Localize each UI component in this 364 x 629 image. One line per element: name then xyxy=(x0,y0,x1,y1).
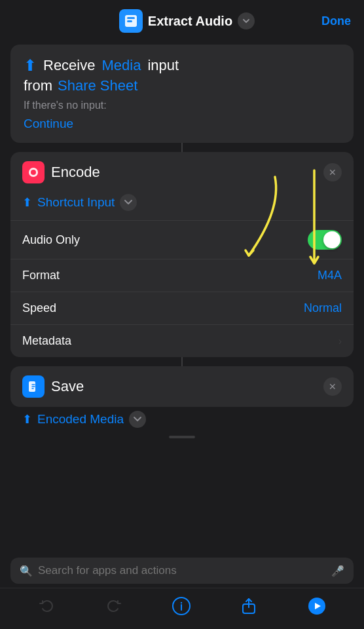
encode-close-button[interactable]: ✕ xyxy=(323,163,342,181)
speed-value: Normal xyxy=(304,301,342,315)
format-label: Format xyxy=(22,269,60,282)
share-sheet-label[interactable]: Share Sheet xyxy=(58,77,137,94)
shortcut-input-dropdown-button[interactable] xyxy=(120,194,137,211)
no-input-label: If there's no input: xyxy=(24,100,340,111)
save-section: Save ✕ ⬆ Encoded Media xyxy=(10,366,354,432)
encode-title-group: Encode xyxy=(22,161,100,183)
share-button[interactable] xyxy=(240,597,258,615)
shortcut-input-icon: ⬆ xyxy=(22,195,32,210)
continue-button[interactable]: Continue xyxy=(24,117,73,131)
input-label: input xyxy=(147,57,179,74)
encode-card: Encode ✕ ⬆ Shortcut Input Audio Only xyxy=(10,152,354,357)
run-button[interactable] xyxy=(307,596,327,616)
save-title-group: Save xyxy=(22,375,84,398)
search-icon: 🔍 xyxy=(20,565,33,577)
speed-label: Speed xyxy=(22,301,56,315)
encoded-media-dropdown-button[interactable] xyxy=(129,411,146,428)
done-button[interactable]: Done xyxy=(321,14,351,28)
search-container: 🔍 🎤 xyxy=(0,551,364,588)
shortcut-input-row: ⬆ Shortcut Input xyxy=(10,190,354,220)
encode-icon xyxy=(22,161,45,183)
encode-header: Encode ✕ xyxy=(10,152,354,190)
format-row[interactable]: Format M4A xyxy=(10,259,354,292)
scroll-indicator xyxy=(169,436,195,438)
save-title: Save xyxy=(51,378,84,395)
metadata-chevron-icon: › xyxy=(338,335,342,347)
header-center: Extract Audio xyxy=(119,9,255,33)
page-title: Extract Audio xyxy=(148,14,232,29)
audio-only-toggle[interactable] xyxy=(308,230,342,250)
undo-button[interactable] xyxy=(37,597,56,615)
receive-label: Receive xyxy=(43,57,95,74)
connector-line-2 xyxy=(181,357,183,366)
app-header: Extract Audio Done xyxy=(0,0,364,39)
svg-rect-2 xyxy=(127,20,132,22)
save-icon xyxy=(22,375,45,398)
svg-point-4 xyxy=(31,170,36,175)
receive-icon: ⬆ xyxy=(24,56,37,75)
title-chevron-button[interactable] xyxy=(238,12,255,29)
mic-icon[interactable]: 🎤 xyxy=(331,565,344,577)
redo-button[interactable] xyxy=(105,597,123,615)
info-button[interactable] xyxy=(172,596,191,616)
media-label[interactable]: Media xyxy=(101,57,141,74)
encoded-media-row: ⬆ Encoded Media xyxy=(10,407,354,432)
shortcut-input-label[interactable]: Shortcut Input xyxy=(37,195,115,210)
audio-only-row: Audio Only xyxy=(10,221,354,259)
toggle-knob xyxy=(323,231,340,248)
bottom-toolbar xyxy=(0,588,364,629)
speed-row[interactable]: Speed Normal xyxy=(10,292,354,324)
save-card: Save ✕ xyxy=(10,366,354,407)
svg-rect-1 xyxy=(127,17,135,19)
encode-title: Encode xyxy=(51,164,100,181)
search-input[interactable] xyxy=(38,564,326,577)
app-icon xyxy=(119,9,143,33)
main-content: ⬆ Receive Media input from Share Sheet I… xyxy=(0,39,364,629)
encoded-media-icon: ⬆ xyxy=(22,412,32,427)
format-value: M4A xyxy=(318,269,342,282)
scroll-area: ⬆ Receive Media input from Share Sheet I… xyxy=(0,39,364,551)
audio-only-label: Audio Only xyxy=(22,233,80,247)
from-label: from xyxy=(24,77,52,94)
svg-point-7 xyxy=(181,602,182,603)
receive-card: ⬆ Receive Media input from Share Sheet I… xyxy=(10,45,354,143)
metadata-label: Metadata xyxy=(22,334,71,348)
connector-line xyxy=(181,143,183,152)
receive-line2: from Share Sheet xyxy=(24,77,340,94)
encoded-media-label[interactable]: Encoded Media xyxy=(37,412,124,427)
save-close-button[interactable]: ✕ xyxy=(323,377,342,396)
search-bar: 🔍 🎤 xyxy=(10,558,354,584)
receive-line1: ⬆ Receive Media input xyxy=(24,56,340,75)
metadata-row[interactable]: Metadata › xyxy=(10,325,354,357)
